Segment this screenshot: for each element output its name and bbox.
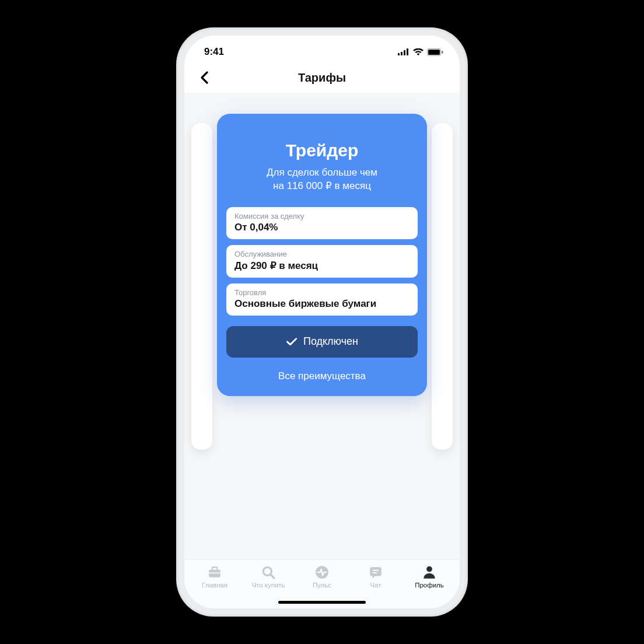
page-title: Тарифы	[184, 71, 460, 85]
nav-header: Тарифы	[184, 62, 460, 93]
tab-home[interactable]: Главная	[188, 565, 242, 589]
profile-icon	[422, 565, 437, 580]
tariff-row-label: Обслуживание	[235, 250, 410, 258]
wifi-icon	[413, 48, 424, 55]
tariff-subtitle: Для сделок больше чемна 116 000 ₽ в меся…	[226, 166, 418, 193]
tariff-title: Трейдер	[226, 141, 418, 160]
svg-rect-9	[209, 573, 220, 574]
phone-frame: 9:41	[176, 27, 468, 617]
status-right	[398, 48, 443, 56]
tariff-row-label: Торговля	[235, 288, 410, 297]
cellular-icon	[398, 48, 410, 55]
svg-line-11	[271, 575, 274, 578]
tariff-row-value: Основные биржевые бумаги	[235, 298, 410, 310]
svg-rect-13	[370, 567, 382, 576]
tab-label: Главная	[202, 582, 228, 589]
chevron-left-icon	[200, 71, 208, 84]
svg-rect-15	[373, 570, 379, 571]
pulse-icon	[314, 565, 330, 580]
battery-icon	[427, 48, 443, 56]
home-indicator[interactable]	[278, 601, 366, 604]
tab-profile[interactable]: Профиль	[402, 565, 456, 589]
side-card-left[interactable]	[191, 123, 212, 450]
tab-pulse[interactable]: Пульс	[295, 565, 349, 589]
svg-rect-3	[407, 48, 408, 55]
tab-label: Чат	[370, 582, 381, 589]
content: Трейдер Для сделок больше чемна 116 000 …	[184, 93, 460, 559]
screen: 9:41	[184, 36, 460, 608]
side-card-right[interactable]	[432, 123, 453, 450]
tariff-row: Комиссия за сделку От 0,04%	[226, 207, 418, 239]
svg-rect-1	[401, 52, 402, 55]
svg-rect-8	[212, 567, 218, 570]
tariff-card: Трейдер Для сделок больше чемна 116 000 …	[217, 114, 427, 396]
tariff-row: Обслуживание До 290 ₽ в месяц	[226, 245, 418, 278]
back-button[interactable]	[194, 67, 215, 88]
connected-label: Подключен	[303, 335, 358, 348]
svg-rect-6	[442, 51, 443, 54]
search-icon	[261, 565, 276, 580]
tab-label: Пульс	[313, 582, 331, 589]
svg-rect-0	[398, 53, 400, 55]
tab-label: Что купить	[251, 582, 285, 589]
benefits-link[interactable]: Все преимущества	[226, 370, 418, 382]
tab-chat[interactable]: Чат	[349, 565, 402, 589]
tariff-row-label: Комиссия за сделку	[235, 212, 410, 220]
tariff-row-value: До 290 ₽ в месяц	[235, 260, 410, 272]
svg-rect-5	[428, 50, 440, 55]
tariff-row: Торговля Основные биржевые бумаги	[226, 284, 418, 316]
tab-label: Профиль	[415, 582, 444, 589]
svg-rect-16	[373, 572, 377, 573]
tab-buy[interactable]: Что купить	[242, 565, 295, 589]
connected-button[interactable]: Подключен	[226, 326, 418, 358]
svg-point-17	[426, 566, 432, 572]
check-icon	[286, 338, 298, 346]
status-time: 9:41	[204, 46, 224, 58]
svg-rect-2	[404, 50, 405, 55]
briefcase-icon	[207, 565, 222, 580]
chat-icon	[368, 565, 383, 580]
status-bar: 9:41	[184, 36, 460, 62]
tariff-row-value: От 0,04%	[235, 222, 410, 233]
